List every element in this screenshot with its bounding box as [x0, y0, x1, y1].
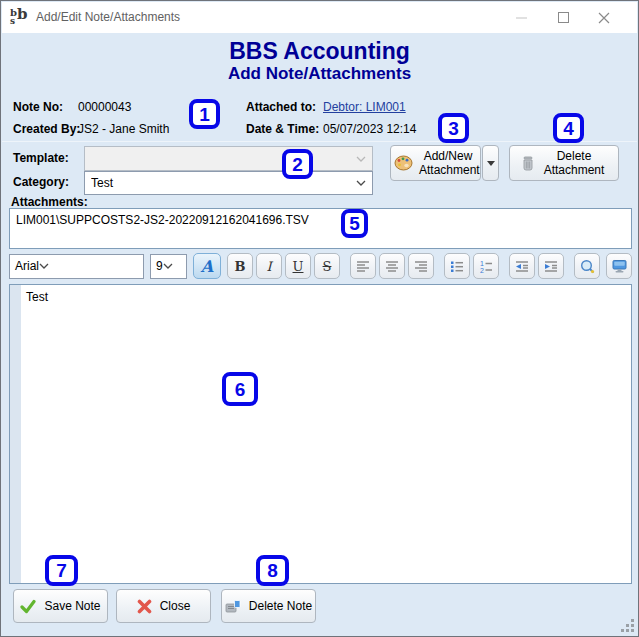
- bold-icon: B: [235, 259, 246, 274]
- annotation-5: 5: [341, 209, 368, 238]
- underline-icon: U: [293, 259, 304, 274]
- strikethrough-icon: S: [323, 259, 332, 274]
- window-title: Add/Edit Note/Attachments: [36, 10, 180, 24]
- annotation-2: 2: [282, 149, 313, 179]
- dialog-window: bsb Add/Edit Note/Attachments BBS Accoun…: [0, 0, 639, 637]
- chevron-down-icon: [356, 156, 366, 162]
- attachment-item[interactable]: LIM001\SUPPCOSTS2-JS2-20220912162041696.…: [10, 209, 631, 231]
- delete-note-label: Delete Note: [249, 599, 312, 613]
- delete-attachment-label: Delete Attachment: [541, 149, 607, 178]
- italic-icon: I: [266, 259, 271, 274]
- numbered-list-button[interactable]: 1 2: [473, 253, 499, 279]
- align-left-icon: [356, 260, 370, 273]
- align-right-icon: [414, 260, 428, 273]
- align-center-button[interactable]: [379, 253, 405, 279]
- underline-button[interactable]: U: [285, 253, 311, 279]
- indent-icon: [544, 260, 558, 273]
- maximize-button[interactable]: [542, 2, 584, 33]
- font-color-button[interactable]: A: [193, 253, 221, 279]
- annotation-8: 8: [256, 555, 289, 586]
- zoom-button[interactable]: [574, 253, 600, 279]
- editor-toolbar: Arial 9 A B I U S: [9, 252, 632, 280]
- editor-gutter: [10, 285, 21, 583]
- template-select[interactable]: [84, 146, 373, 171]
- bullet-list-button[interactable]: [444, 253, 470, 279]
- category-select[interactable]: Test: [84, 171, 373, 195]
- strikethrough-button[interactable]: S: [314, 253, 340, 279]
- palette-icon: [394, 155, 413, 171]
- created-by-value: JS2 - Jane Smith: [78, 122, 169, 136]
- red-x-icon: [137, 599, 152, 614]
- outdent-button[interactable]: [509, 253, 535, 279]
- bullet-list-icon: [450, 260, 464, 273]
- note-text-area[interactable]: Test: [9, 284, 632, 584]
- add-new-attachment-button[interactable]: Add/New Attachment: [390, 145, 481, 181]
- created-by-label: Created By:: [13, 122, 80, 136]
- delete-attachment-button[interactable]: Delete Attachment: [509, 145, 619, 181]
- delete-note-icon: [225, 599, 241, 614]
- attached-to-link[interactable]: Debtor: LIM001: [323, 100, 406, 114]
- annotation-7: 7: [45, 555, 78, 586]
- attachments-label: Attachments:: [11, 195, 88, 209]
- app-title: BBS Accounting: [1, 38, 638, 65]
- close-icon: [598, 12, 610, 24]
- font-family-value: Arial: [15, 259, 39, 273]
- bold-button[interactable]: B: [227, 253, 253, 279]
- annotation-4: 4: [553, 113, 584, 143]
- close-dialog-button[interactable]: Close: [116, 589, 211, 623]
- save-note-button[interactable]: Save Note: [13, 589, 108, 623]
- monitor-button[interactable]: [606, 253, 632, 279]
- trash-icon: [521, 156, 535, 171]
- minimize-icon: [516, 12, 527, 23]
- category-value: Test: [91, 176, 356, 190]
- align-right-button[interactable]: [408, 253, 434, 279]
- title-bar: bsb Add/Edit Note/Attachments: [2, 2, 637, 33]
- add-new-attachment-label: Add/New Attachment: [419, 149, 477, 178]
- svg-text:2: 2: [480, 266, 484, 273]
- note-text: Test: [26, 290, 627, 304]
- datetime-value: 05/07/2023 12:14: [323, 122, 416, 136]
- monitor-icon: [612, 259, 627, 273]
- datetime-label: Date & Time:: [246, 122, 319, 136]
- annotation-1: 1: [189, 99, 220, 129]
- attachments-list: LIM001\SUPPCOSTS2-JS2-20220912162041696.…: [9, 208, 632, 249]
- annotation-6: 6: [222, 372, 258, 406]
- close-button[interactable]: [583, 2, 625, 33]
- chevron-down-icon: [39, 263, 49, 269]
- resize-grip[interactable]: [621, 619, 634, 632]
- close-label: Close: [160, 599, 191, 613]
- note-no-value: 00000043: [78, 100, 131, 114]
- chevron-down-icon: [356, 180, 366, 186]
- font-size-select[interactable]: 9: [150, 254, 187, 279]
- maximize-icon: [558, 12, 569, 23]
- annotation-3: 3: [438, 113, 469, 143]
- header-separator: [2, 141, 637, 142]
- font-color-icon: A: [201, 257, 213, 276]
- indent-button[interactable]: [538, 253, 564, 279]
- align-center-icon: [385, 260, 399, 273]
- align-left-button[interactable]: [350, 253, 376, 279]
- zoom-icon: [580, 259, 595, 274]
- save-note-label: Save Note: [44, 599, 100, 613]
- minimize-button[interactable]: [500, 2, 542, 33]
- page-title: Add Note/Attachments: [1, 64, 638, 84]
- category-label: Category:: [13, 175, 69, 189]
- check-icon: [20, 599, 36, 614]
- outdent-icon: [515, 260, 529, 273]
- font-size-value: 9: [156, 259, 163, 273]
- dropdown-arrow-icon: [487, 161, 495, 166]
- numbered-list-icon: 1 2: [479, 260, 493, 273]
- attached-to-label: Attached to:: [246, 100, 316, 114]
- note-no-label: Note No:: [13, 100, 63, 114]
- template-label: Template:: [13, 151, 69, 165]
- app-icon: bsb: [10, 7, 32, 29]
- add-attachment-dropdown-button[interactable]: [482, 145, 499, 181]
- delete-note-button[interactable]: Delete Note: [221, 589, 316, 623]
- italic-button[interactable]: I: [256, 253, 282, 279]
- font-family-select[interactable]: Arial: [9, 254, 144, 279]
- chevron-down-icon: [163, 263, 173, 269]
